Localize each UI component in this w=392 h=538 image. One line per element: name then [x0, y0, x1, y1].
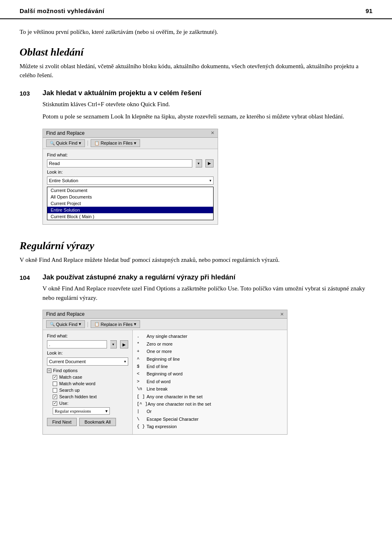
- s2-lookin-value: Current Document: [49, 359, 86, 364]
- sym-dot: .: [137, 333, 147, 339]
- screenshot-2-replace-arrow: ▾: [134, 321, 136, 327]
- section-oblast: Oblast hledání Můžete si zvolit oblast h…: [20, 46, 372, 80]
- item-103: 103 Jak hledat v aktuálním projektu a v …: [20, 89, 372, 233]
- screenshot-2-replace-btn[interactable]: 📋 Replace in Files ▾: [91, 320, 140, 328]
- s2-lookin-label-row: Look in:: [47, 350, 128, 355]
- lookin-label: Look in:: [47, 170, 71, 174]
- screenshot-2-toolbar-sep: |: [87, 321, 89, 328]
- desc-tag: Tag expression: [147, 424, 283, 430]
- right-item-star: * Zero or more: [137, 341, 283, 347]
- quickfind-label: Quick Find: [56, 141, 78, 145]
- s2-lookin-dropdown[interactable]: Current Document ▾: [47, 357, 128, 366]
- s2-findwhat-input[interactable]: .: [47, 340, 107, 348]
- quickfind-icon: 🔍: [50, 141, 55, 145]
- bookmark-all-btn[interactable]: Bookmark All: [79, 418, 116, 426]
- desc-caret: Beginning of line: [147, 356, 283, 362]
- desc-lt: Beginning of word: [147, 371, 283, 377]
- use-dropdown[interactable]: Regular expressions ▾: [53, 407, 110, 415]
- item-103-number: 103: [20, 89, 34, 233]
- page-header: Další možnosti vyhledávání 91: [0, 0, 392, 19]
- search-up-label: Search up: [59, 388, 80, 393]
- find-next-btn[interactable]: Find Next: [47, 418, 77, 426]
- desc-escape: Escape Special Character: [147, 416, 283, 422]
- find-options-expander[interactable]: − Find options: [47, 368, 128, 373]
- search-up-checkbox[interactable]: [53, 388, 57, 393]
- bottom-buttons: Find Next Bookmark All: [47, 418, 128, 426]
- replace-btn[interactable]: 📋 Replace in Files ▾: [91, 139, 140, 147]
- screenshot-2-quickfind-label: Quick Find: [56, 322, 78, 327]
- checkbox-match-whole-word[interactable]: Match whole word: [53, 381, 128, 386]
- checkbox-search-up[interactable]: Search up: [53, 388, 128, 393]
- checkbox-search-hidden[interactable]: Search hidden text: [53, 394, 128, 399]
- page-number: 91: [365, 7, 372, 14]
- checkbox-match-case[interactable]: Match case: [53, 375, 128, 380]
- desc-newline: Line break: [147, 386, 283, 392]
- screenshot-2-close[interactable]: ✕: [280, 312, 284, 317]
- section-regular: Regulární výrazy V okně Find And Replace…: [20, 239, 372, 265]
- dropdown-item-1[interactable]: All Open Documents: [47, 194, 213, 200]
- s2-lookin-dropdown-row: Current Document ▾: [47, 357, 128, 366]
- sym-tag: { }: [137, 424, 147, 430]
- s2-lookin-arrow: ▾: [124, 359, 126, 364]
- desc-notbracket: Any one character not in the set: [147, 401, 283, 407]
- dropdown-item-3[interactable]: Entire Solution: [47, 207, 213, 213]
- main-content: To je většinou první políčko, které zašk…: [0, 27, 392, 466]
- screenshot-2-body: Find what: . ▾ ▶ Look in:: [43, 330, 287, 434]
- screenshot-2: Find and Replace ✕ 🔍 Quick Find ▾ | 📋 Re…: [42, 310, 287, 435]
- desc-or: Or: [147, 409, 283, 415]
- lookin-dropdown[interactable]: Entire Solution ▾: [47, 176, 214, 185]
- use-value: Regular expressions: [55, 409, 91, 413]
- screenshot-2-title: Find and Replace: [46, 311, 85, 317]
- dropdown-item-0[interactable]: Current Document: [47, 187, 213, 194]
- section-body-oblast: Můžete si zvolit oblast hledání, včetně …: [20, 62, 372, 80]
- match-case-checkbox[interactable]: [53, 375, 57, 380]
- right-item-tag: { } Tag expression: [137, 424, 283, 430]
- lookin-arrow: ▾: [209, 179, 212, 183]
- right-item-notbracket: [^ ] Any one character not in the set: [137, 401, 283, 407]
- screenshot-2-quickfind-btn[interactable]: 🔍 Quick Find ▾: [46, 320, 85, 328]
- expander-icon: −: [47, 368, 51, 373]
- findwhat-value: Read: [49, 161, 60, 166]
- screenshot-2-replace-label: Replace in Files: [100, 322, 132, 327]
- right-item-gt: > End of word: [137, 379, 283, 385]
- dropdown-item-4[interactable]: Current Block ( Main ): [47, 213, 213, 220]
- item-103-body: Jak hledat v aktuálním projektu a v celé…: [42, 89, 372, 233]
- section-heading-oblast: Oblast hledání: [20, 46, 372, 58]
- match-whole-word-checkbox[interactable]: [53, 382, 57, 386]
- right-item-newline: \n Line break: [137, 386, 283, 392]
- sym-lt: <: [137, 371, 147, 377]
- item-103-para1: Stisknutím kláves Ctrl+F otevřete okno Q…: [42, 100, 372, 109]
- desc-bracket: Any one character in the set: [147, 394, 283, 400]
- replace-label: Replace in Files: [100, 141, 132, 145]
- quickfind-btn[interactable]: 🔍 Quick Find ▾: [46, 139, 85, 147]
- sym-dollar: $: [137, 364, 147, 370]
- s2-findwhat-arrow[interactable]: ▾: [110, 340, 117, 348]
- s2-findwhat-label: Find what:: [47, 333, 71, 338]
- screenshot-2-replace-icon: 📋: [94, 322, 99, 326]
- intro-paragraph: To je většinou první políčko, které zašk…: [20, 27, 372, 37]
- sym-star: *: [137, 341, 147, 347]
- screenshot-1-close[interactable]: ✕: [211, 130, 214, 136]
- item-103-title: Jak hledat v aktuálním projektu a v celé…: [42, 89, 372, 97]
- right-item-dot: . Any single character: [137, 333, 283, 339]
- findwhat-input[interactable]: Read: [47, 159, 192, 167]
- sym-newline: \n: [137, 386, 147, 392]
- s2-findwhat-value: .: [49, 342, 50, 347]
- lookin-value: Entire Solution: [49, 178, 78, 183]
- desc-dot: Any single character: [147, 333, 283, 339]
- screenshot-2-titlebar: Find and Replace ✕: [43, 310, 287, 319]
- findwhat-dropdown-arrow[interactable]: ▾: [196, 159, 202, 167]
- findwhat-input-row: Read ▾ ▶: [47, 159, 214, 167]
- item-104-para1: V okně Find And Replace rozevřete uzel F…: [42, 284, 372, 302]
- screenshot-1-titlebar: Find and Replace ✕: [43, 129, 218, 138]
- s2-lookin-label: Look in:: [47, 350, 71, 355]
- use-label: Use:: [59, 401, 69, 406]
- sym-or: |: [137, 409, 147, 415]
- dropdown-item-2[interactable]: Current Project: [47, 200, 213, 207]
- findwhat-go-btn[interactable]: ▶: [205, 159, 214, 167]
- use-checkbox[interactable]: [53, 401, 57, 406]
- screenshot-2-quickfind-arrow: ▾: [79, 321, 81, 327]
- s2-findwhat-go[interactable]: ▶: [120, 340, 128, 348]
- use-row: Use:: [53, 401, 128, 406]
- search-hidden-checkbox[interactable]: [53, 395, 57, 399]
